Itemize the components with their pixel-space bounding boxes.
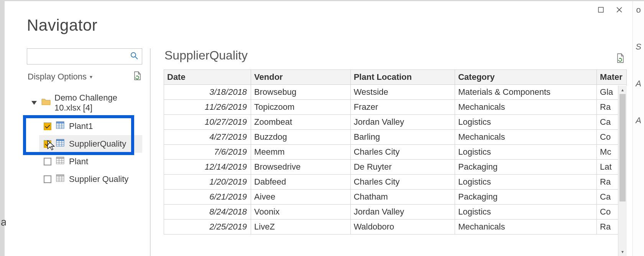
cell-vendor: Topiczoom — [251, 100, 351, 115]
scrollbar-thumb[interactable] — [619, 94, 626, 201]
table-row[interactable]: 7/6/2019MeemmCharles CityLogisticsMc — [164, 145, 627, 160]
svg-rect-5 — [56, 122, 64, 123]
tree-item[interactable]: Plant1 — [39, 117, 142, 135]
tree-item-label: SupplierQuality — [69, 139, 126, 149]
tree-item-label: Plant — [69, 157, 88, 167]
display-options-dropdown[interactable]: Display Options ▾ — [28, 72, 92, 82]
cell-plant: Frazer — [350, 100, 455, 115]
tree-root-label: Demo Challenge 10.xlsx [4] — [54, 93, 142, 113]
chevron-down-icon: ▾ — [90, 74, 92, 80]
scroll-down-icon[interactable]: ▾ — [618, 248, 627, 256]
cell-vendor: Dabfeed — [251, 175, 351, 190]
cell-vendor: Aivee — [251, 190, 351, 205]
navigator-dialog: Navigator — [6, 2, 631, 256]
column-header[interactable]: Mater — [597, 70, 627, 85]
table-row[interactable]: 1/20/2019DabfeedCharles CityLogisticsRa — [164, 175, 627, 190]
svg-rect-0 — [598, 7, 603, 12]
maximize-icon — [598, 7, 604, 13]
tree-item[interactable]: Plant — [39, 153, 142, 170]
tree-item[interactable]: SupplierQuality — [39, 135, 142, 153]
cell-date: 6/21/2019 — [164, 190, 251, 205]
query-table-icon — [56, 174, 64, 184]
refresh-tree-button[interactable] — [133, 71, 141, 82]
cell-vendor: Browsedrive — [251, 160, 351, 175]
tree-root-file[interactable]: Demo Challenge 10.xlsx [4] — [27, 91, 142, 117]
vertical-scrollbar[interactable]: ▴ ▾ — [618, 86, 627, 256]
cell-date: 11/26/2019 — [164, 100, 251, 115]
table-icon — [56, 121, 64, 131]
checkbox[interactable] — [44, 122, 51, 130]
preview-table: DateVendorPlant LocationCategoryMater 3/… — [164, 69, 627, 235]
cell-plant: Charles City — [350, 175, 455, 190]
cell-date: 4/27/2019 — [164, 130, 251, 145]
svg-rect-24 — [56, 176, 64, 182]
right-cropped-panel: o S A A — [632, 1, 644, 256]
column-header[interactable]: Category — [455, 70, 597, 85]
cell-vendor: Browsebug — [251, 85, 351, 100]
collapse-icon — [31, 101, 37, 105]
cell-plant: Jordan Valley — [350, 205, 455, 220]
cell-date: 12/14/2019 — [164, 160, 251, 175]
svg-rect-17 — [56, 157, 64, 159]
folder-icon — [41, 98, 51, 108]
cell-date: 8/24/2018 — [164, 205, 251, 220]
refresh-preview-button[interactable] — [616, 53, 624, 65]
cell-plant: Jordan Valley — [350, 115, 455, 130]
cell-date: 1/20/2019 — [164, 175, 251, 190]
cell-plant: Charles City — [350, 145, 455, 160]
preview-pane: SupplierQuality — [151, 48, 631, 256]
cell-category: Logistics — [455, 175, 597, 190]
svg-line-4 — [135, 57, 138, 59]
search-icon — [130, 52, 138, 61]
search-input[interactable] — [32, 52, 130, 61]
cell-category: Mechanicals — [455, 130, 597, 145]
cell-plant: Westside — [350, 85, 455, 100]
table-row[interactable]: 6/21/2019AiveeChathamPackagingCa — [164, 190, 627, 205]
column-header[interactable]: Vendor — [251, 70, 351, 85]
svg-rect-11 — [56, 139, 64, 141]
close-button[interactable] — [610, 3, 628, 16]
column-header[interactable]: Date — [164, 70, 251, 85]
cell-category: Logistics — [455, 145, 597, 160]
refresh-icon — [133, 71, 141, 81]
svg-rect-6 — [56, 123, 64, 129]
table-row[interactable]: 10/27/2019ZoombeatJordan ValleyLogistics… — [164, 115, 627, 130]
cell-category: Logistics — [455, 205, 597, 220]
column-header[interactable]: Plant Location — [350, 70, 455, 85]
query-table-icon — [56, 157, 64, 167]
tree-item-label: Supplier Quality — [69, 174, 128, 184]
cell-category: Logistics — [455, 115, 597, 130]
cell-date: 2/25/2019 — [164, 220, 251, 235]
cell-category: Mechanicals — [455, 100, 597, 115]
table-row[interactable]: 11/26/2019TopiczoomFrazerMechanicalsRa — [164, 100, 627, 115]
checkbox[interactable] — [44, 158, 51, 165]
cell-vendor: Zoombeat — [251, 115, 351, 130]
cell-date: 10/27/2019 — [164, 115, 251, 130]
search-box[interactable] — [27, 48, 142, 64]
svg-rect-18 — [56, 159, 64, 164]
checkbox[interactable] — [44, 140, 51, 148]
table-row[interactable]: 2/25/2019LiveZWaldoboroMechanicalsRa — [164, 220, 627, 235]
table-row[interactable]: 4/27/2019BuzzdogBarlingMechanicalsCo — [164, 130, 627, 145]
cell-category: Materials & Components — [455, 85, 597, 100]
table-row[interactable]: 12/14/2019BrowsedriveDe RuyterPackagingL… — [164, 160, 627, 175]
scroll-up-icon[interactable]: ▴ — [618, 86, 627, 94]
refresh-icon — [616, 53, 624, 63]
table-row[interactable]: 8/24/2018VoonixJordan ValleyLogisticsCo — [164, 205, 627, 220]
cell-category: Packaging — [455, 190, 597, 205]
scrollbar-track[interactable] — [618, 94, 627, 248]
table-row[interactable]: 3/18/2018BrowsebugWestsideMaterials & Co… — [164, 85, 627, 100]
cell-category: Mechanicals — [455, 220, 597, 235]
tree-item-label: Plant1 — [69, 121, 93, 131]
maximize-button[interactable] — [591, 3, 610, 16]
cell-date: 7/6/2019 — [164, 145, 251, 160]
svg-point-3 — [131, 53, 136, 57]
window-titlebar — [6, 2, 631, 17]
cell-vendor: Buzzdog — [251, 130, 351, 145]
tree-item[interactable]: Supplier Quality — [39, 170, 142, 188]
checkbox[interactable] — [44, 175, 51, 183]
cell-vendor: Meemm — [251, 145, 351, 160]
preview-title: SupplierQuality — [164, 48, 248, 63]
cell-plant: Waldoboro — [350, 220, 455, 235]
navigator-tree-pane: Display Options ▾ — [6, 48, 151, 256]
